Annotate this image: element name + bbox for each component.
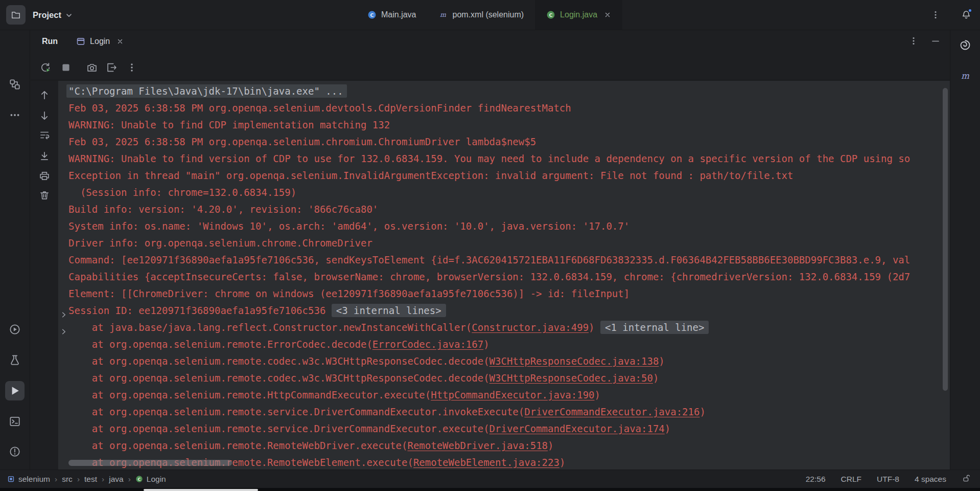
stack-trace-link[interactable]: Constructor.java:499 [472, 322, 589, 333]
project-tool-window-button[interactable] [6, 5, 26, 25]
run-toolbar-camera-button[interactable] [84, 60, 100, 75]
stack-trace-link[interactable]: ErrorCodec.java:167 [372, 339, 483, 350]
svg-text:m: m [961, 71, 969, 81]
clock-widget[interactable]: 22:56 [806, 475, 826, 484]
console-error-text: ) [483, 339, 489, 350]
lock-icon[interactable] [962, 474, 971, 485]
stripe-button-structure[interactable] [5, 75, 25, 94]
console-line: Build info: version: '4.20.0', revision:… [68, 201, 950, 218]
folder-icon [11, 10, 21, 20]
flask-icon [9, 354, 21, 366]
stack-trace-link[interactable]: RemoteWebDriver.java:518 [407, 440, 548, 451]
console-line: at org.openqa.selenium.remote.codec.w3c.… [68, 353, 950, 370]
breadcrumb-item-selenium[interactable]: selenium [7, 475, 50, 484]
stripe-button-ai-assistant[interactable] [955, 35, 975, 55]
breadcrumb-item-login[interactable]: CLogin [135, 475, 166, 484]
run-tab-label: Login [90, 37, 110, 46]
scroll-to-end-icon [39, 150, 50, 162]
console-error-text: System info: os.name: 'Windows 10', os.a… [68, 220, 629, 232]
gutter-scroll-to-end-button[interactable] [37, 148, 52, 164]
console-error-text: Exception in thread "main" org.openqa.se… [68, 170, 793, 181]
stack-trace-link[interactable]: W3CHttpResponseCodec.java:138 [489, 355, 659, 367]
console-error-text: ) [653, 372, 659, 384]
breadcrumb-label: src [62, 475, 73, 484]
stripe-button-problems[interactable] [5, 442, 25, 461]
test-class-icon: C [546, 10, 555, 19]
run-toolbar-more-vertical-button[interactable] [124, 60, 139, 75]
console-error-text: WARNING: Unable to find CDP implementati… [68, 119, 390, 130]
run-toolbar [31, 52, 950, 80]
horizontal-scrollbar[interactable] [68, 460, 232, 466]
line-separator-widget[interactable]: CRLF [841, 475, 861, 484]
editor-tab-main-java[interactable]: CMain.java [356, 0, 427, 30]
breadcrumb-item-java[interactable]: java [109, 475, 123, 484]
breadcrumb-label: selenium [18, 475, 50, 484]
stack-trace-link[interactable]: RemoteWebElement.java:223 [413, 457, 559, 468]
console-line: Feb 03, 2025 6:38:58 PM org.openqa.selen… [68, 100, 950, 117]
problems-icon [9, 445, 21, 458]
close-icon[interactable] [116, 38, 124, 45]
gutter-arrow-up-button[interactable] [37, 87, 52, 103]
folded-lines-badge[interactable]: <3 internal lines> [332, 304, 446, 317]
hide-panel-button[interactable] [927, 32, 944, 50]
run-console[interactable]: "C:\Program Files\Java\jdk-17\bin\java.e… [58, 81, 950, 470]
java-class-icon: C [367, 10, 377, 19]
breadcrumb-item-src[interactable]: src [62, 475, 73, 484]
editor-tab-login-java[interactable]: CLogin.java [535, 0, 622, 30]
run-toolbar-rerun-button[interactable] [38, 60, 53, 75]
stripe-button-maven[interactable]: m [955, 66, 975, 86]
svg-text:C: C [137, 477, 141, 482]
stack-trace-link[interactable]: HttpCommandExecutor.java:190 [431, 389, 594, 400]
more-vertical-icon [930, 10, 941, 20]
stack-trace-link[interactable]: DriverCommandExecutor.java:174 [489, 423, 665, 434]
stack-trace-link[interactable]: DriverCommandExecutor.java:216 [524, 406, 699, 417]
close-icon[interactable] [604, 11, 611, 18]
folded-lines-badge[interactable]: <1 internal line> [600, 321, 709, 334]
arrow-down-icon [39, 110, 50, 121]
editor-tab-pom-xml-selenium[interactable]: mpom.xml (selenium) [427, 0, 535, 30]
console-error-text: ) [559, 457, 565, 468]
fold-toggle-icon[interactable] [60, 307, 67, 315]
project-widget[interactable]: Project [33, 0, 73, 30]
breadcrumbs: selenium›src›test›java›CLogin [7, 475, 166, 484]
gutter-clear-button[interactable] [37, 188, 52, 203]
run-panel-options-button[interactable] [905, 32, 922, 50]
gutter-soft-wrap-button[interactable] [37, 127, 52, 143]
notifications-button[interactable] [958, 6, 975, 24]
stack-trace-link[interactable]: W3CHttpResponseCodec.java:50 [489, 372, 653, 384]
indent-widget[interactable]: 4 spaces [915, 475, 946, 484]
clear-icon [39, 190, 50, 201]
encoding-widget[interactable]: UTF-8 [877, 475, 899, 484]
console-gutter-toolbar [31, 81, 58, 470]
stripe-button-run[interactable] [5, 381, 25, 400]
run-toolbar-stop-button[interactable] [58, 60, 74, 75]
console-error-text: Session ID: ee120971f36890aefa1a95fe7106… [68, 305, 332, 316]
console-error-text: ) [589, 322, 600, 333]
console-line: at org.openqa.selenium.remote.service.Dr… [68, 404, 950, 420]
run-toolbar-export-button[interactable] [104, 60, 120, 75]
main-menu-kebab-button[interactable] [927, 6, 944, 24]
breadcrumb-item-test[interactable]: test [84, 475, 97, 484]
run-panel-title: Run [42, 37, 58, 46]
console-error-text: at org.openqa.selenium.remote.service.Dr… [68, 406, 524, 417]
console-error-text: ) [699, 406, 705, 417]
console-error-text: Driver info: org.openqa.selenium.chrome.… [68, 237, 372, 249]
stripe-button-terminal[interactable] [5, 412, 25, 431]
gutter-print-button[interactable] [37, 168, 52, 184]
stop-icon [60, 62, 72, 73]
stripe-button-services[interactable] [5, 320, 25, 339]
camera-icon [86, 62, 98, 73]
run-tab-login[interactable]: Login [76, 37, 124, 46]
stripe-button-flask[interactable] [5, 350, 25, 370]
console-line: at org.openqa.selenium.remote.HttpComman… [68, 387, 950, 404]
breadcrumb-chevron: › [102, 475, 104, 484]
console-error-text: at org.openqa.selenium.remote.RemoteWebD… [68, 440, 407, 451]
status-right: 22:56CRLFUTF-84 spaces [806, 474, 971, 485]
console-line: Element: [[ChromeDriver: chrome on windo… [68, 285, 950, 302]
fold-toggle-icon[interactable] [60, 324, 67, 331]
stripe-button-more-horizontal[interactable] [5, 105, 25, 125]
gutter-arrow-down-button[interactable] [37, 108, 52, 123]
more-vertical-icon [908, 36, 919, 46]
terminal-icon [9, 415, 21, 428]
vertical-scrollbar[interactable] [943, 88, 948, 391]
